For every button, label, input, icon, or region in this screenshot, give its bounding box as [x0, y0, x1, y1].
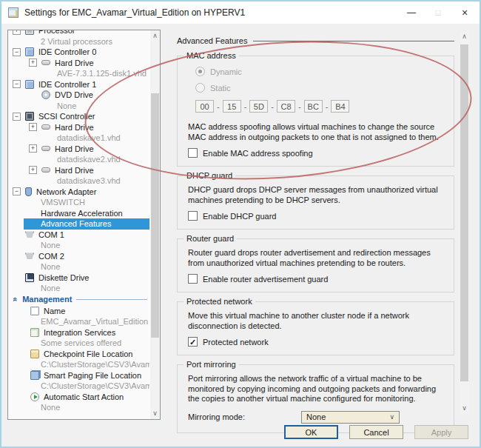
mirroring-mode-select[interactable]: None ∨ — [301, 411, 400, 424]
hdd-icon — [41, 167, 50, 173]
ok-button[interactable]: OK — [284, 425, 338, 439]
tree-item-label: Hard Drive — [55, 165, 94, 176]
tree-item-ide-controller-1[interactable]: −IDE Controller 1 — [8, 79, 149, 90]
tree-item-hardware-acceleration[interactable]: Hardware Acceleration — [8, 208, 149, 219]
hdd-icon — [41, 60, 50, 65]
enable-mac-spoofing-label: Enable MAC address spoofing — [203, 149, 313, 158]
tree-item-integration-services[interactable]: Integration Services — [8, 327, 149, 338]
tree-item-sub: C:\ClusterStorage\CSV3\Avamar\ — [8, 359, 149, 370]
mirroring-mode-label: Mirroring mode: — [188, 412, 301, 421]
tree-item-sub: EMC_Avamar_Virtual_Edition — [8, 316, 149, 327]
expander-plus-icon[interactable]: + — [29, 58, 37, 67]
panel-scrollbar[interactable]: ∧ ∨ — [460, 31, 469, 414]
dhcp-guard-description: DHCP guard drops DHCP server messages fr… — [188, 185, 446, 205]
close-button[interactable]: × — [451, 1, 478, 24]
tree-item-scsi-controller[interactable]: −SCSI Controller — [8, 111, 149, 122]
tree-item-hard-drive[interactable]: +Hard Drive — [8, 165, 149, 176]
tree-item-label: Network Adapter — [36, 187, 96, 198]
scroll-down-icon[interactable]: ∨ — [150, 408, 160, 419]
protected-network-checkbox[interactable]: ✓ — [188, 337, 198, 347]
mac-octet-field[interactable]: BC — [304, 100, 323, 113]
enable-mac-spoofing-checkbox[interactable] — [188, 148, 198, 158]
tree-item-label: Checkpoint File Location — [44, 349, 132, 360]
mac-octet-field[interactable]: 00 — [195, 100, 214, 113]
tree-item-label: Automatic Start Action — [44, 392, 124, 403]
expander-plus-icon[interactable]: + — [29, 144, 37, 153]
settings-window-icon — [8, 7, 18, 18]
expander-plus-icon[interactable]: + — [13, 30, 21, 35]
expander-minus-icon[interactable]: − — [13, 80, 21, 88]
mac-octet-field[interactable]: C8 — [277, 100, 295, 113]
maximize-button[interactable]: □ — [425, 1, 451, 24]
tree-item-advanced-features[interactable]: Advanced Features — [24, 218, 149, 230]
tree-item-checkpoint-file-location[interactable]: Checkpoint File Location — [8, 349, 149, 360]
tree-section-label: Management — [22, 294, 72, 305]
hdd-icon — [41, 124, 50, 130]
mac-octet-field[interactable]: 5D — [249, 100, 268, 113]
tree-item-automatic-start-action[interactable]: Automatic Start Action — [8, 392, 149, 403]
tree-item-label: COM 1 — [38, 230, 64, 241]
tree-item-hard-drive[interactable]: +Hard Drive — [8, 144, 149, 155]
sidebar-scrollbar[interactable]: ∧ ∨ — [150, 30, 160, 419]
mac-octet-field[interactable]: B4 — [331, 100, 349, 113]
tree-section-management[interactable]: «Management — [8, 294, 149, 306]
tree-item-label: Diskette Drive — [38, 273, 89, 284]
tree-item-hard-drive[interactable]: +Hard Drive — [8, 122, 149, 133]
tree-item-label: SCSI Controller — [38, 111, 95, 122]
tree-item-sub: 2 Virtual processors — [8, 36, 149, 47]
dynamic-radio[interactable] — [195, 67, 205, 76]
tree-item-com-2[interactable]: COM 2 — [8, 251, 149, 262]
scroll-down-icon[interactable]: ∨ — [460, 403, 469, 414]
chevrons-up-icon: « — [10, 297, 21, 301]
expander-plus-icon[interactable]: + — [29, 166, 37, 174]
expander-plus-icon[interactable]: + — [29, 123, 37, 131]
tree-item-processor[interactable]: +Processor — [8, 30, 149, 36]
title-bar: Settings for EMC_Avamar_Virtual_Edition … — [1, 1, 480, 24]
title-rule — [253, 41, 454, 41]
checkpoint-icon — [30, 350, 39, 358]
tree-item-ide-controller-0[interactable]: −IDE Controller 0 — [8, 47, 149, 58]
mac-octet-field[interactable]: 15 — [223, 100, 241, 113]
enable-router-guard-label: Enable router advertisement guard — [203, 275, 328, 284]
ide-icon — [25, 80, 34, 89]
minimize-button[interactable]: — — [398, 1, 425, 24]
panel-scrollbar-thumb[interactable] — [460, 44, 468, 381]
tree-item-dvd-drive[interactable]: DVD Drive — [8, 90, 149, 101]
name-icon — [30, 307, 39, 315]
tree-item-sub: datadiskave3.vhd — [8, 175, 149, 187]
tree-item-sub: None — [8, 101, 149, 112]
tree-item-smart-paging-file-location[interactable]: Smart Paging File Location — [8, 370, 149, 381]
tree-item-network-adapter[interactable]: −Network Adapter — [8, 187, 149, 198]
static-radio[interactable] — [195, 83, 205, 93]
expander-minus-icon[interactable]: − — [13, 113, 21, 121]
sidebar-scrollbar-thumb[interactable] — [151, 93, 159, 338]
tree-item-label: Integration Services — [44, 327, 115, 338]
enable-dhcp-guard-checkbox[interactable] — [188, 211, 198, 221]
apply-button[interactable]: Apply — [414, 425, 468, 439]
tree-item-label: IDE Controller 0 — [38, 47, 96, 58]
expander-minus-icon[interactable]: − — [13, 187, 21, 195]
mirroring-mode-value: None — [306, 412, 326, 421]
mac-dash: - — [298, 102, 301, 111]
tree-item-name[interactable]: Name — [8, 306, 149, 317]
cancel-button[interactable]: Cancel — [349, 425, 403, 439]
enable-router-guard-checkbox[interactable] — [188, 274, 198, 284]
tree-item-label: Hard Drive — [55, 58, 94, 69]
com-icon — [25, 252, 34, 261]
tree-item-com-1[interactable]: COM 1 — [8, 230, 149, 241]
tree-item-hard-drive[interactable]: +Hard Drive — [8, 58, 149, 69]
com-icon — [25, 230, 34, 239]
minimize-icon: — — [407, 7, 416, 18]
expander-minus-icon[interactable]: − — [13, 48, 21, 56]
tree-item-sub: datadiskave2.vhd — [8, 154, 149, 165]
dvd-icon — [41, 90, 50, 99]
mac-dash: - — [271, 102, 274, 111]
tree-item-sub: C:\ClusterStorage\CSV3\Avamar\ — [8, 381, 149, 392]
tree-item-sub: VMSWITCH — [8, 197, 149, 208]
mac-address-fields: 00-15-5D-C8-BC-B4 — [195, 100, 446, 113]
panel-title: Advanced Features — [177, 36, 247, 45]
scroll-up-icon[interactable]: ∧ — [150, 30, 160, 41]
tree-item-diskette-drive[interactable]: Diskette Drive — [8, 273, 149, 284]
scroll-up-icon[interactable]: ∧ — [460, 31, 469, 42]
window-title: Settings for EMC_Avamar_Virtual_Edition … — [24, 7, 398, 18]
